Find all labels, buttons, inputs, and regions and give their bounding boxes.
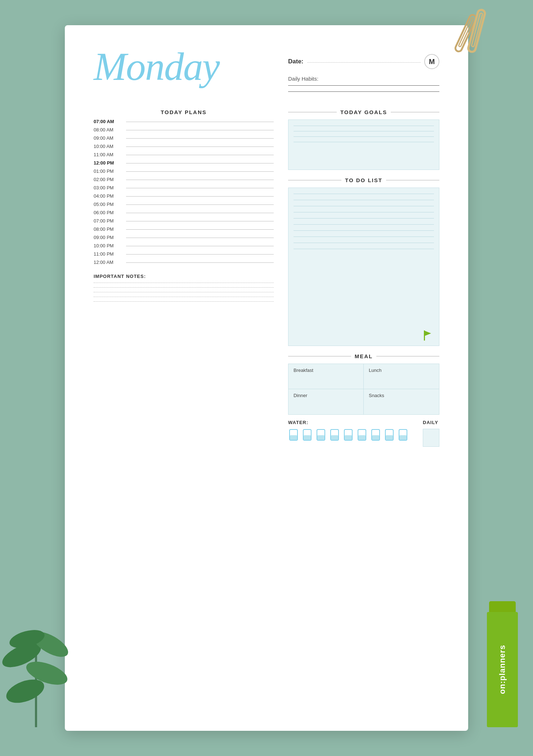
todo-line-10 xyxy=(294,249,434,249)
meal-cell-breakfast: Breakfast xyxy=(288,364,364,389)
time-label: 11:00 PM xyxy=(94,251,122,257)
time-label: 01:00 PM xyxy=(94,168,122,174)
water-title: WATER: xyxy=(288,420,408,425)
svg-rect-19 xyxy=(304,435,311,440)
meal-section: MEAL Breakfast Lunch Dinner Snacks xyxy=(288,353,439,447)
todo-line-1 xyxy=(294,194,434,194)
habits-line-2 xyxy=(288,91,439,92)
right-column: TODAY GOALS TO DO LIST xyxy=(288,109,439,447)
time-line xyxy=(126,155,274,155)
time-slot: 01:00 PM xyxy=(94,168,274,174)
goals-line-1 xyxy=(294,126,434,126)
meal-title: MEAL xyxy=(355,353,373,359)
time-label: 11:00 AM xyxy=(94,152,122,157)
todo-title: TO DO LIST xyxy=(345,177,382,183)
meal-divider: MEAL xyxy=(288,353,439,359)
svg-rect-27 xyxy=(358,435,366,440)
water-section: WATER: DAILY xyxy=(288,420,439,447)
todo-divider: TO DO LIST xyxy=(288,177,439,183)
time-line xyxy=(126,122,274,122)
todo-line-4 xyxy=(294,212,434,212)
time-slot: 08:00 PM xyxy=(94,226,274,232)
important-notes: IMPORTANT NOTES: xyxy=(94,274,274,302)
time-label: 10:00 PM xyxy=(94,243,122,248)
time-label: 09:00 AM xyxy=(94,135,122,141)
goals-line-3 xyxy=(294,136,434,137)
time-label: 08:00 AM xyxy=(94,127,122,132)
date-row: Date: M xyxy=(288,54,439,69)
time-slots-container: 07:00 AM08:00 AM09:00 AM10:00 AM11:00 AM… xyxy=(94,119,274,265)
time-slot: 03:00 PM xyxy=(94,185,274,190)
water-glass-icon xyxy=(370,429,381,442)
main-content: TODAY PLANS 07:00 AM08:00 AM09:00 AM10:0… xyxy=(94,109,439,447)
date-line xyxy=(307,62,421,63)
time-label: 03:00 PM xyxy=(94,185,122,190)
svg-rect-15 xyxy=(424,330,425,341)
water-glasses xyxy=(288,429,408,442)
todo-divider-line-left xyxy=(288,180,341,180)
time-line xyxy=(126,221,274,221)
important-notes-title: IMPORTANT NOTES: xyxy=(94,274,274,279)
todo-line-8 xyxy=(294,237,434,237)
todo-line-5 xyxy=(294,218,434,219)
time-line xyxy=(126,238,274,238)
time-label: 04:00 PM xyxy=(94,193,122,199)
water-glass-icon xyxy=(343,429,354,442)
todo-line-6 xyxy=(294,224,434,225)
time-label: 06:00 PM xyxy=(94,210,122,215)
time-line xyxy=(126,138,274,139)
time-slot: 06:00 PM xyxy=(94,210,274,215)
notes-line-5 xyxy=(94,301,274,302)
habits-label: Daily Habits: xyxy=(288,76,439,82)
notes-line-1 xyxy=(94,283,274,283)
today-goals-title: TODAY GOALS xyxy=(340,109,387,115)
day-title: Monday xyxy=(94,47,219,86)
todo-section: TO DO LIST xyxy=(288,177,439,346)
header-section: Monday Date: M Daily Habits: xyxy=(94,47,439,95)
time-slot: 11:00 AM xyxy=(94,152,274,157)
notes-line-3 xyxy=(94,292,274,292)
time-line xyxy=(126,171,274,172)
time-slot: 07:00 AM xyxy=(94,119,274,124)
svg-rect-33 xyxy=(399,435,407,440)
time-label: 08:00 PM xyxy=(94,226,122,232)
time-line xyxy=(126,147,274,147)
today-goals-section: TODAY GOALS xyxy=(288,109,439,170)
time-label: 02:00 PM xyxy=(94,177,122,182)
water-glass-icon xyxy=(398,429,408,442)
notes-line-2 xyxy=(94,287,274,288)
meal-cell-snacks: Snacks xyxy=(364,389,439,414)
time-line xyxy=(126,213,274,213)
today-plans-title: TODAY PLANS xyxy=(94,109,274,115)
todo-line-2 xyxy=(294,200,434,200)
time-label: 10:00 AM xyxy=(94,144,122,149)
time-slot: 11:00 PM xyxy=(94,251,274,257)
svg-rect-29 xyxy=(372,435,379,440)
daily-box xyxy=(423,429,439,447)
svg-rect-23 xyxy=(331,435,338,440)
left-column: TODAY PLANS 07:00 AM08:00 AM09:00 AM10:0… xyxy=(94,109,274,447)
water-glass-icon xyxy=(329,429,340,442)
meal-cell-dinner: Dinner xyxy=(288,389,364,414)
meal-divider-line-right xyxy=(376,356,439,356)
day-title-container: Monday xyxy=(94,47,219,86)
water-left: WATER: xyxy=(288,420,408,442)
todo-divider-line-right xyxy=(386,180,439,180)
planner-paper: Monday Date: M Daily Habits: TODAY PLANS… xyxy=(65,25,468,731)
plant-decoration xyxy=(0,583,72,727)
time-label: 05:00 PM xyxy=(94,202,122,207)
time-label: 07:00 AM xyxy=(94,119,122,124)
time-line xyxy=(126,254,274,255)
time-slot: 09:00 PM xyxy=(94,235,274,240)
svg-rect-25 xyxy=(345,435,352,440)
time-line xyxy=(126,204,274,205)
todo-line-3 xyxy=(294,206,434,206)
time-label: 12:00 AM xyxy=(94,260,122,265)
meal-grid: Breakfast Lunch Dinner Snacks xyxy=(288,364,439,415)
paperclips-decoration xyxy=(439,7,511,65)
time-line xyxy=(126,188,274,188)
time-line xyxy=(126,229,274,230)
notes-line-4 xyxy=(94,297,274,297)
todo-box xyxy=(288,188,439,346)
time-label: 09:00 PM xyxy=(94,235,122,240)
